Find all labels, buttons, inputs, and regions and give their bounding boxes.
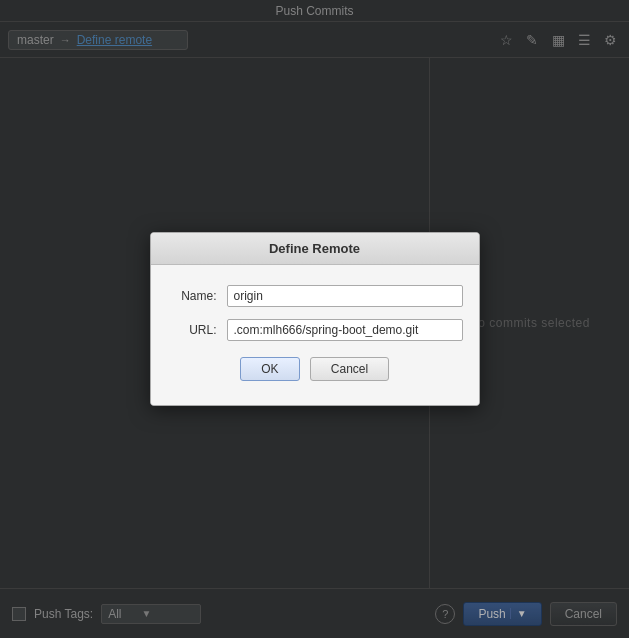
name-row: Name: [167, 285, 463, 307]
define-remote-modal: Define Remote Name: URL: OK Cancel [150, 232, 480, 406]
modal-body: Name: URL: OK Cancel [151, 265, 479, 405]
ok-button[interactable]: OK [240, 357, 300, 381]
modal-cancel-button[interactable]: Cancel [310, 357, 389, 381]
modal-title-bar: Define Remote [151, 233, 479, 265]
modal-overlay: Define Remote Name: URL: OK Cancel [0, 0, 629, 638]
name-label: Name: [167, 289, 217, 303]
modal-title: Define Remote [269, 241, 360, 256]
url-input[interactable] [227, 319, 463, 341]
url-label: URL: [167, 323, 217, 337]
name-input[interactable] [227, 285, 463, 307]
url-row: URL: [167, 319, 463, 341]
modal-buttons: OK Cancel [167, 353, 463, 389]
